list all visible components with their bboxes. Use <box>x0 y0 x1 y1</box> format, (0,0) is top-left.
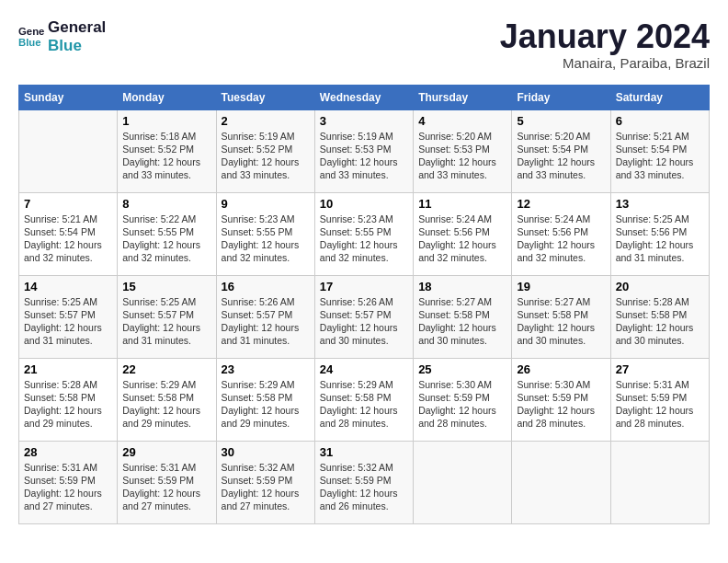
day-info: Sunrise: 5:20 AM Sunset: 5:53 PM Dayligh… <box>418 130 506 182</box>
calendar-day-cell <box>610 441 709 523</box>
calendar-day-cell: 22Sunrise: 5:29 AM Sunset: 5:58 PM Dayli… <box>118 358 216 441</box>
calendar-day-cell: 1Sunrise: 5:18 AM Sunset: 5:52 PM Daylig… <box>118 109 216 192</box>
calendar-day-cell: 4Sunrise: 5:20 AM Sunset: 5:53 PM Daylig… <box>414 109 512 192</box>
month-title: January 2024 <box>500 18 710 55</box>
day-info: Sunrise: 5:25 AM Sunset: 5:57 PM Dayligh… <box>24 295 112 348</box>
day-number: 27 <box>616 362 704 376</box>
day-info: Sunrise: 5:21 AM Sunset: 5:54 PM Dayligh… <box>24 213 112 265</box>
day-info: Sunrise: 5:31 AM Sunset: 5:59 PM Dayligh… <box>122 461 210 513</box>
weekday-header-cell: Tuesday <box>216 85 314 109</box>
calendar-day-cell: 8Sunrise: 5:22 AM Sunset: 5:55 PM Daylig… <box>118 192 216 275</box>
day-number: 16 <box>222 280 310 293</box>
calendar-day-cell: 16Sunrise: 5:26 AM Sunset: 5:57 PM Dayli… <box>216 275 314 358</box>
day-number: 9 <box>222 197 310 211</box>
day-info: Sunrise: 5:26 AM Sunset: 5:57 PM Dayligh… <box>222 295 310 348</box>
day-number: 28 <box>24 445 112 459</box>
calendar-day-cell: 11Sunrise: 5:24 AM Sunset: 5:56 PM Dayli… <box>414 192 512 275</box>
day-number: 26 <box>517 362 605 376</box>
day-number: 29 <box>122 445 210 459</box>
day-info: Sunrise: 5:30 AM Sunset: 5:59 PM Dayligh… <box>418 378 506 431</box>
day-number: 23 <box>222 362 310 376</box>
calendar-day-cell: 23Sunrise: 5:29 AM Sunset: 5:58 PM Dayli… <box>216 358 314 441</box>
day-number: 18 <box>418 280 506 293</box>
weekday-header-cell: Wednesday <box>314 85 413 109</box>
calendar-week-row: 1Sunrise: 5:18 AM Sunset: 5:52 PM Daylig… <box>19 109 710 192</box>
calendar-day-cell: 19Sunrise: 5:27 AM Sunset: 5:58 PM Dayli… <box>512 275 610 358</box>
weekday-header-cell: Friday <box>512 85 610 109</box>
day-info: Sunrise: 5:28 AM Sunset: 5:58 PM Dayligh… <box>24 378 112 431</box>
day-info: Sunrise: 5:29 AM Sunset: 5:58 PM Dayligh… <box>122 378 210 431</box>
day-number: 14 <box>24 280 112 293</box>
day-number: 12 <box>517 197 605 211</box>
calendar-week-row: 21Sunrise: 5:28 AM Sunset: 5:58 PM Dayli… <box>19 358 710 441</box>
day-number: 24 <box>320 362 408 376</box>
day-info: Sunrise: 5:32 AM Sunset: 5:59 PM Dayligh… <box>320 461 408 513</box>
day-number: 10 <box>320 197 408 211</box>
page-header: General Blue General Blue January 2024 M… <box>18 18 710 71</box>
calendar-day-cell: 21Sunrise: 5:28 AM Sunset: 5:58 PM Dayli… <box>19 358 118 441</box>
day-info: Sunrise: 5:28 AM Sunset: 5:58 PM Dayligh… <box>616 295 704 348</box>
calendar-day-cell: 7Sunrise: 5:21 AM Sunset: 5:54 PM Daylig… <box>19 192 118 275</box>
calendar-week-row: 7Sunrise: 5:21 AM Sunset: 5:54 PM Daylig… <box>19 192 710 275</box>
calendar-day-cell: 30Sunrise: 5:32 AM Sunset: 5:59 PM Dayli… <box>216 441 314 523</box>
day-number: 11 <box>418 197 506 211</box>
calendar-day-cell: 13Sunrise: 5:25 AM Sunset: 5:56 PM Dayli… <box>610 192 709 275</box>
day-info: Sunrise: 5:29 AM Sunset: 5:58 PM Dayligh… <box>222 378 310 431</box>
calendar-day-cell: 17Sunrise: 5:26 AM Sunset: 5:57 PM Dayli… <box>314 275 413 358</box>
logo-blue: Blue <box>48 37 106 55</box>
day-info: Sunrise: 5:18 AM Sunset: 5:52 PM Dayligh… <box>122 130 210 182</box>
day-number: 5 <box>517 114 605 128</box>
weekday-header-cell: Thursday <box>414 85 512 109</box>
day-number: 31 <box>320 445 408 459</box>
weekday-header-cell: Saturday <box>610 85 709 109</box>
calendar-week-row: 28Sunrise: 5:31 AM Sunset: 5:59 PM Dayli… <box>19 441 710 523</box>
day-info: Sunrise: 5:19 AM Sunset: 5:52 PM Dayligh… <box>222 130 310 182</box>
day-number: 6 <box>616 114 704 128</box>
logo: General Blue General Blue <box>18 18 106 56</box>
svg-text:General: General <box>18 27 44 38</box>
calendar-day-cell: 26Sunrise: 5:30 AM Sunset: 5:59 PM Dayli… <box>512 358 610 441</box>
day-number: 15 <box>122 280 210 293</box>
day-number: 4 <box>418 114 506 128</box>
day-number: 17 <box>320 280 408 293</box>
calendar-day-cell: 31Sunrise: 5:32 AM Sunset: 5:59 PM Dayli… <box>314 441 413 523</box>
calendar-day-cell: 28Sunrise: 5:31 AM Sunset: 5:59 PM Dayli… <box>19 441 118 523</box>
day-info: Sunrise: 5:23 AM Sunset: 5:55 PM Dayligh… <box>320 213 408 265</box>
title-block: January 2024 Manaira, Paraiba, Brazil <box>500 18 710 71</box>
day-number: 19 <box>517 280 605 293</box>
day-info: Sunrise: 5:29 AM Sunset: 5:58 PM Dayligh… <box>320 378 408 431</box>
day-info: Sunrise: 5:26 AM Sunset: 5:57 PM Dayligh… <box>320 295 408 348</box>
calendar-day-cell <box>414 441 512 523</box>
day-info: Sunrise: 5:24 AM Sunset: 5:56 PM Dayligh… <box>517 213 605 265</box>
calendar-day-cell: 20Sunrise: 5:28 AM Sunset: 5:58 PM Dayli… <box>610 275 709 358</box>
calendar-day-cell <box>19 109 118 192</box>
calendar-day-cell: 29Sunrise: 5:31 AM Sunset: 5:59 PM Dayli… <box>118 441 216 523</box>
day-number: 3 <box>320 114 408 128</box>
day-info: Sunrise: 5:25 AM Sunset: 5:56 PM Dayligh… <box>616 213 704 265</box>
day-info: Sunrise: 5:32 AM Sunset: 5:59 PM Dayligh… <box>222 461 310 513</box>
day-info: Sunrise: 5:27 AM Sunset: 5:58 PM Dayligh… <box>418 295 506 348</box>
day-number: 7 <box>24 197 112 211</box>
day-info: Sunrise: 5:31 AM Sunset: 5:59 PM Dayligh… <box>616 378 704 431</box>
logo-general: General <box>48 18 106 37</box>
day-info: Sunrise: 5:31 AM Sunset: 5:59 PM Dayligh… <box>24 461 112 513</box>
calendar-day-cell: 9Sunrise: 5:23 AM Sunset: 5:55 PM Daylig… <box>216 192 314 275</box>
calendar-day-cell: 5Sunrise: 5:20 AM Sunset: 5:54 PM Daylig… <box>512 109 610 192</box>
weekday-header-row: SundayMondayTuesdayWednesdayThursdayFrid… <box>19 85 710 109</box>
location-subtitle: Manaira, Paraiba, Brazil <box>500 55 710 71</box>
calendar-day-cell: 10Sunrise: 5:23 AM Sunset: 5:55 PM Dayli… <box>314 192 413 275</box>
day-number: 20 <box>616 280 704 293</box>
day-number: 22 <box>122 362 210 376</box>
day-info: Sunrise: 5:30 AM Sunset: 5:59 PM Dayligh… <box>517 378 605 431</box>
calendar-day-cell: 25Sunrise: 5:30 AM Sunset: 5:59 PM Dayli… <box>414 358 512 441</box>
weekday-header-cell: Monday <box>118 85 216 109</box>
day-number: 1 <box>122 114 210 128</box>
day-info: Sunrise: 5:22 AM Sunset: 5:55 PM Dayligh… <box>122 213 210 265</box>
calendar-week-row: 14Sunrise: 5:25 AM Sunset: 5:57 PM Dayli… <box>19 275 710 358</box>
day-info: Sunrise: 5:21 AM Sunset: 5:54 PM Dayligh… <box>616 130 704 182</box>
day-number: 2 <box>222 114 310 128</box>
calendar-day-cell: 18Sunrise: 5:27 AM Sunset: 5:58 PM Dayli… <box>414 275 512 358</box>
calendar-table: SundayMondayTuesdayWednesdayThursdayFrid… <box>18 85 710 524</box>
calendar-day-cell: 24Sunrise: 5:29 AM Sunset: 5:58 PM Dayli… <box>314 358 413 441</box>
day-info: Sunrise: 5:25 AM Sunset: 5:57 PM Dayligh… <box>122 295 210 348</box>
